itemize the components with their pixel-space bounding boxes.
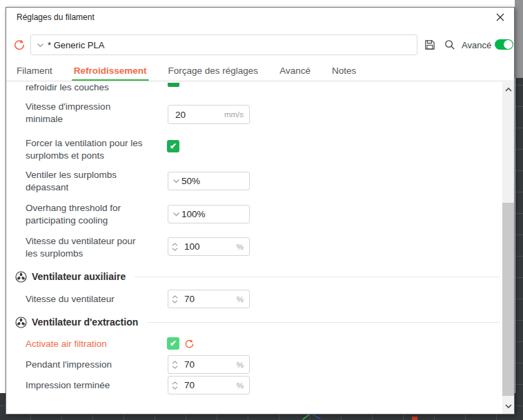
settings-tab-bar: Filament Refroidissement Forçage des rég… xyxy=(17,62,504,81)
scroll-down-button[interactable] xyxy=(502,401,514,412)
section-divider xyxy=(147,322,500,323)
undo-icon xyxy=(184,339,195,349)
fan-icon xyxy=(15,317,27,328)
search-button[interactable] xyxy=(444,39,456,51)
chevron-down-icon xyxy=(172,212,180,217)
chevron-down-icon xyxy=(172,386,178,390)
chevron-down-icon xyxy=(172,366,178,369)
checkbox-slow-cooling-partial[interactable] xyxy=(168,83,179,87)
chevron-down-icon xyxy=(172,179,180,183)
label-slow-cooling-cutoff: refroidir les couches xyxy=(26,81,168,94)
app-toolbar-edge xyxy=(515,0,523,78)
min-print-speed-input[interactable] xyxy=(175,110,224,120)
tab-cooling[interactable]: Refroidissement xyxy=(74,62,147,81)
label-overhang-fan-speed: Vitesse du ventilateur pour les surplomb… xyxy=(26,235,168,260)
spinner-arrows[interactable] xyxy=(172,361,178,369)
chevron-up-icon xyxy=(172,295,178,299)
min-print-speed-field[interactable]: mm/s xyxy=(168,105,250,124)
save-icon xyxy=(424,39,435,50)
toggle-knob xyxy=(504,40,513,49)
force-cooling-checkbox[interactable]: ✔ xyxy=(167,140,179,152)
preset-value: * Generic PLA xyxy=(48,40,104,50)
section-aux-fan: Ventilateur auxiliaire xyxy=(15,270,500,283)
aux-fan-speed-spinner[interactable]: % xyxy=(168,290,250,308)
reset-preset-button[interactable] xyxy=(13,39,26,51)
dialog-title: Réglages du filament xyxy=(17,12,95,23)
spinner-arrows[interactable] xyxy=(172,381,178,390)
label-aux-fan-speed: Vitesse du ventilateur xyxy=(26,293,168,306)
air-filtration-checkbox[interactable]: ✔ xyxy=(167,337,179,350)
label-min-print-speed: Vitesse d'impression minimale xyxy=(26,101,168,126)
close-button[interactable] xyxy=(495,12,506,23)
aux-fan-speed-unit: % xyxy=(237,295,244,303)
fan-icon xyxy=(15,271,27,283)
label-force-cooling: Forcer la ventilation pour les surplombs… xyxy=(26,137,168,162)
tab-filament[interactable]: Filament xyxy=(17,62,52,81)
check-icon: ✔ xyxy=(170,141,177,151)
check-icon: ✔ xyxy=(170,339,177,348)
save-preset-button[interactable] xyxy=(424,39,436,51)
spinner-arrows[interactable] xyxy=(172,243,178,251)
air-filtration-reset-button[interactable] xyxy=(184,339,195,349)
complete-print-spinner[interactable]: % xyxy=(168,376,250,394)
tab-overrides[interactable]: Forçage des réglages xyxy=(168,62,259,81)
chevron-down-icon xyxy=(37,43,44,48)
overhang-threshold-value: 100% xyxy=(181,209,206,219)
chevron-up-icon xyxy=(505,88,512,92)
chevron-down-icon xyxy=(172,248,178,251)
advanced-mode-label: Avancé xyxy=(462,40,491,50)
label-air-filtration: Activate air filtration xyxy=(26,338,168,350)
undo-icon xyxy=(13,39,26,51)
preset-select[interactable]: * Generic PLA xyxy=(30,34,417,55)
section-divider xyxy=(135,277,500,277)
section-title-aux-fan: Ventilateur auxiliaire xyxy=(32,271,126,282)
section-exhaust-fan: Ventilateur d'extraction xyxy=(15,316,500,328)
overhang-fan-speed-spinner[interactable]: % xyxy=(168,237,250,256)
chevron-down-icon xyxy=(505,404,512,408)
overhang-fan-speed-unit: % xyxy=(237,243,244,251)
during-print-input[interactable] xyxy=(184,359,237,370)
during-print-spinner[interactable]: % xyxy=(168,355,250,374)
complete-print-unit: % xyxy=(237,381,244,390)
label-complete-print: Impression terminée xyxy=(26,379,168,392)
label-fan-overhangs: Ventiler les surplombs dépassant xyxy=(26,169,168,194)
scrollbar[interactable] xyxy=(502,82,514,414)
chevron-down-icon xyxy=(172,300,178,303)
chevron-up-icon xyxy=(172,243,178,246)
search-icon xyxy=(444,39,455,50)
section-title-exhaust-fan: Ventilateur d'extraction xyxy=(32,317,138,328)
complete-print-input[interactable] xyxy=(184,380,237,390)
during-print-unit: % xyxy=(237,361,244,369)
advanced-mode-toggle[interactable] xyxy=(495,39,513,50)
aux-fan-speed-input[interactable] xyxy=(184,294,237,304)
filament-settings-dialog: Réglages du filament * Generic PLA Avanc… xyxy=(6,7,515,414)
chevron-up-icon xyxy=(172,361,178,364)
scrollbar-thumb[interactable] xyxy=(502,203,514,396)
close-icon xyxy=(496,13,504,21)
label-overhang-threshold: Overhang threshold for participating coo… xyxy=(26,202,168,227)
min-print-speed-unit: mm/s xyxy=(224,110,244,119)
overhang-threshold-select[interactable]: 100% xyxy=(168,205,250,223)
scroll-up-button[interactable] xyxy=(502,84,514,95)
tab-advanced[interactable]: Avancé xyxy=(279,62,310,81)
plate-marker-red xyxy=(412,417,417,420)
spinner-arrows[interactable] xyxy=(172,295,178,303)
fan-overhangs-value: 50% xyxy=(181,176,200,186)
overhang-fan-speed-input[interactable] xyxy=(184,241,237,252)
label-during-print: Pendant l'impression xyxy=(26,359,168,371)
chevron-up-icon xyxy=(172,381,178,385)
tab-notes[interactable]: Notes xyxy=(332,62,356,81)
fan-overhangs-select[interactable]: 50% xyxy=(168,172,250,190)
